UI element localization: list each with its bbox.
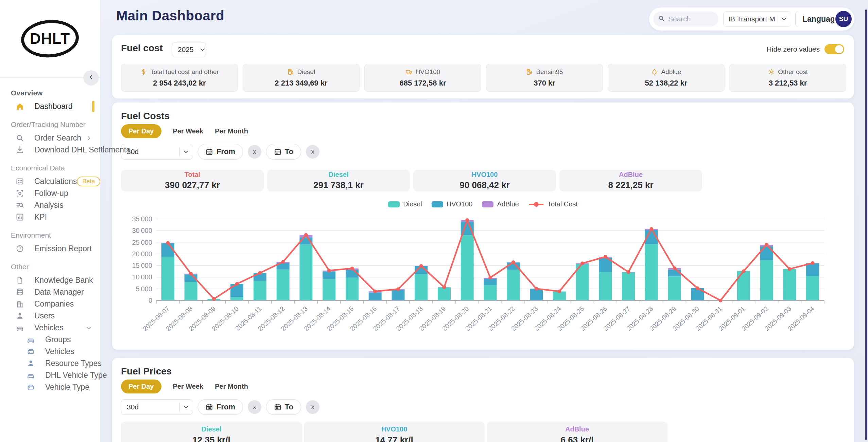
total-cost-point[interactable] [166,241,170,245]
bar-segment-hvo100[interactable] [230,284,243,297]
sidebar-item-kpi[interactable]: KPI [0,211,100,223]
total-cost-point[interactable] [604,255,607,259]
legend-item-total-cost[interactable]: Total Cost [528,200,578,208]
total-cost-point[interactable] [350,266,354,270]
bar-segment-hvo100[interactable] [806,263,819,276]
bar-segment-diesel[interactable] [737,271,750,300]
global-search[interactable] [653,12,718,26]
range-select[interactable]: 30d [121,399,193,415]
sidebar-item-resource-types[interactable]: Resource Types [0,357,100,369]
total-cost-point[interactable] [696,287,699,290]
to-date-button[interactable]: To [266,144,301,160]
sidebar-item-groups[interactable]: Groups [0,334,100,346]
vertical-scrollbar[interactable] [865,10,867,440]
from-date-button[interactable]: From [198,399,243,415]
total-cost-point[interactable] [649,227,653,231]
total-cost-point[interactable] [419,264,423,268]
bar-segment-diesel[interactable] [484,285,497,300]
legend-item-adblue[interactable]: AdBlue [482,200,519,208]
sidebar-item-emission-report[interactable]: Emission Report [0,243,100,255]
total-cost-point[interactable] [442,285,446,289]
total-cost-point[interactable] [373,290,377,293]
total-cost-point[interactable] [535,287,538,291]
bar-segment-hvo100[interactable] [323,271,335,279]
sidebar-collapse-button[interactable] [84,70,99,85]
bar-segment-diesel[interactable] [668,276,681,300]
tab-per-day[interactable]: Per Day [121,380,161,393]
sidebar-item-vehicles[interactable]: Vehicles [0,322,100,334]
sidebar-item-dashboard[interactable]: Dashboard [0,100,100,112]
bar-segment-diesel[interactable] [622,272,635,300]
total-cost-point[interactable] [258,271,262,275]
sidebar-item-knowledge-bank[interactable]: Knowledge Bank [0,274,100,286]
sidebar-item-follow-up[interactable]: Follow-up [0,187,100,199]
bar-segment-diesel[interactable] [161,257,174,300]
legend-item-hvo100[interactable]: HVO100 [432,200,473,208]
bar-segment-hvo100[interactable] [484,279,497,285]
sidebar-item-calculations[interactable]: CalculationsBeta [0,176,100,187]
sidebar-item-users[interactable]: Users [0,310,100,322]
total-cost-point[interactable] [488,276,492,279]
legend-item-diesel[interactable]: Diesel [388,200,422,208]
tab-per-month[interactable]: Per Month [215,124,248,138]
bar-segment-diesel[interactable] [760,260,773,300]
search-input[interactable] [668,15,716,23]
sidebar-item-download-dhl-settlements[interactable]: Download DHL Settlements [0,144,100,156]
sidebar-item-companies[interactable]: Companies [0,298,100,310]
total-cost-point[interactable] [327,269,331,272]
bar-segment-diesel[interactable] [461,235,474,300]
sidebar-item-data-manager[interactable]: Data Manager [0,286,100,298]
total-cost-point[interactable] [465,218,469,222]
total-cost-point[interactable] [557,290,561,293]
bar-segment-diesel[interactable] [599,272,612,300]
bar-segment-diesel[interactable] [783,269,796,300]
tab-per-week[interactable]: Per Week [173,380,204,393]
total-cost-point[interactable] [580,261,584,265]
bar-segment-diesel[interactable] [507,270,520,300]
total-cost-point[interactable] [235,282,239,286]
total-cost-point[interactable] [212,297,216,301]
bar-segment-diesel[interactable] [415,274,428,300]
company-select[interactable]: IB Transport Mälar... [723,11,791,27]
year-select[interactable]: 2025 [172,42,206,57]
tab-per-day[interactable]: Per Day [121,124,161,138]
bar-segment-diesel[interactable] [806,276,819,300]
bar-segment-hvo100[interactable] [369,292,382,300]
bar-segment-diesel[interactable] [230,297,243,300]
total-cost-point[interactable] [673,266,676,270]
bar-segment-diesel[interactable] [277,270,290,300]
bar-segment-diesel[interactable] [254,281,266,300]
bar-segment-diesel[interactable] [185,282,197,300]
to-date-button[interactable]: To [266,399,301,415]
avatar[interactable]: SU [834,10,853,29]
total-cost-point[interactable] [627,270,630,274]
total-cost-point[interactable] [719,299,723,302]
total-cost-point[interactable] [396,287,400,291]
total-cost-point[interactable] [304,233,308,237]
clear-from-button[interactable]: x [248,145,261,159]
tab-per-week[interactable]: Per Week [173,124,204,138]
tab-per-month[interactable]: Per Month [215,380,248,393]
bar-segment-diesel[interactable] [299,244,312,300]
clear-to-button[interactable]: x [306,145,319,159]
total-cost-point[interactable] [189,272,193,276]
clear-from-button[interactable]: x [248,400,261,414]
sidebar-item-vehicles[interactable]: Vehicles [0,346,100,357]
sidebar-item-analysis[interactable]: Analysis [0,199,100,211]
bar-segment-hvo100[interactable] [392,290,404,300]
total-cost-point[interactable] [511,260,515,264]
total-cost-point[interactable] [811,261,815,265]
sidebar-item-dhl-vehicle-type[interactable]: DHL Vehicle Type [0,369,100,381]
bar-segment-diesel[interactable] [346,278,359,300]
bar-segment-diesel[interactable] [323,279,335,300]
hide-zero-toggle[interactable] [824,44,844,54]
range-select[interactable]: 30d [121,144,193,160]
from-date-button[interactable]: From [198,144,243,160]
sidebar-item-vehicle-type[interactable]: Vehicle Type [0,381,100,393]
sidebar-item-order-search[interactable]: Order Search [0,132,100,144]
bar-segment-diesel[interactable] [438,288,451,300]
bar-segment-diesel[interactable] [645,244,658,300]
total-cost-point[interactable] [281,260,285,264]
total-cost-point[interactable] [788,267,792,271]
total-cost-point[interactable] [765,243,768,247]
